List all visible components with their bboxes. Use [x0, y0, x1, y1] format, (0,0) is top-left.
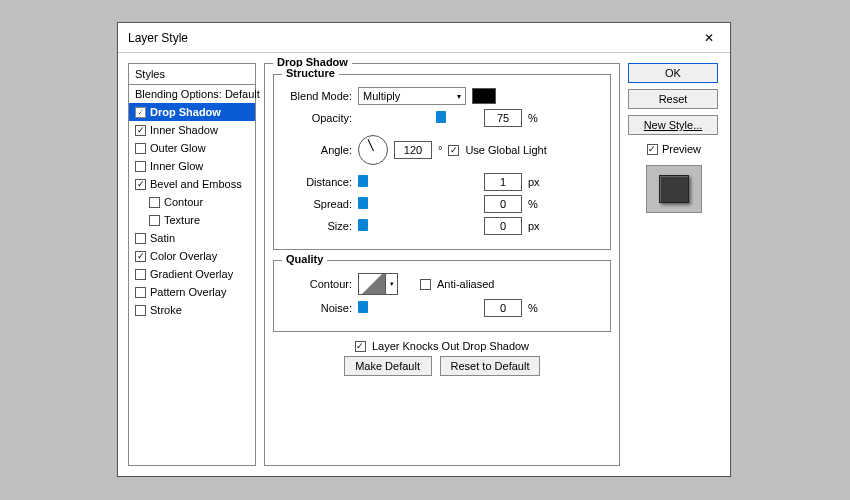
distance-slider[interactable]	[358, 180, 478, 184]
noise-label: Noise:	[284, 302, 352, 314]
style-drop-shadow[interactable]: Drop Shadow	[129, 103, 255, 121]
unit-px: px	[528, 176, 546, 188]
checkbox-icon[interactable]	[135, 107, 146, 118]
noise-input[interactable]	[484, 299, 522, 317]
structure-group: Structure Blend Mode: Multiply▾ Opacity:…	[273, 74, 611, 250]
right-buttons: OK Reset New Style... Preview	[628, 63, 720, 466]
style-texture[interactable]: Texture	[129, 211, 255, 229]
opacity-slider[interactable]	[358, 116, 478, 120]
quality-legend: Quality	[282, 253, 327, 265]
checkbox-icon[interactable]	[149, 197, 160, 208]
drop-shadow-panel: Drop Shadow Structure Blend Mode: Multip…	[264, 63, 620, 466]
checkbox-icon[interactable]	[149, 215, 160, 226]
opacity-input[interactable]	[484, 109, 522, 127]
close-icon[interactable]: ✕	[698, 31, 720, 45]
structure-legend: Structure	[282, 67, 339, 79]
use-global-checkbox[interactable]	[448, 145, 459, 156]
style-stroke[interactable]: Stroke	[129, 301, 255, 319]
checkbox-icon[interactable]	[135, 179, 146, 190]
style-pattern-overlay[interactable]: Pattern Overlay	[129, 283, 255, 301]
make-default-button[interactable]: Make Default	[344, 356, 432, 376]
knocks-out-label: Layer Knocks Out Drop Shadow	[372, 340, 529, 352]
unit-percent: %	[528, 112, 546, 124]
new-style-button[interactable]: New Style...	[628, 115, 718, 135]
layer-style-dialog: Layer Style ✕ Styles Blending Options: D…	[117, 22, 731, 477]
antialiased-label: Anti-aliased	[437, 278, 494, 290]
contour-swatch[interactable]	[358, 273, 386, 295]
blend-mode-label: Blend Mode:	[284, 90, 352, 102]
preview-label: Preview	[662, 143, 701, 155]
checkbox-icon[interactable]	[135, 287, 146, 298]
unit-px: px	[528, 220, 546, 232]
checkbox-icon[interactable]	[135, 251, 146, 262]
spread-label: Spread:	[284, 198, 352, 210]
chevron-down-icon: ▾	[457, 92, 461, 101]
dialog-title: Layer Style	[128, 31, 188, 45]
checkbox-icon[interactable]	[135, 143, 146, 154]
checkbox-icon[interactable]	[135, 269, 146, 280]
noise-slider[interactable]	[358, 306, 478, 310]
checkbox-icon[interactable]	[135, 305, 146, 316]
distance-label: Distance:	[284, 176, 352, 188]
preview-thumbnail	[646, 165, 702, 213]
opacity-label: Opacity:	[284, 112, 352, 124]
use-global-label: Use Global Light	[465, 144, 546, 156]
angle-input[interactable]	[394, 141, 432, 159]
style-blending[interactable]: Blending Options: Default	[129, 85, 255, 103]
angle-dial[interactable]	[358, 135, 388, 165]
ok-button[interactable]: OK	[628, 63, 718, 83]
checkbox-icon[interactable]	[135, 233, 146, 244]
style-inner-glow[interactable]: Inner Glow	[129, 157, 255, 175]
style-contour[interactable]: Contour	[129, 193, 255, 211]
size-input[interactable]	[484, 217, 522, 235]
styles-header: Styles	[129, 64, 255, 85]
unit-degree: °	[438, 144, 442, 156]
quality-group: Quality Contour: ▾ Anti-aliased Noise: %	[273, 260, 611, 332]
reset-default-button[interactable]: Reset to Default	[440, 356, 541, 376]
style-gradient-overlay[interactable]: Gradient Overlay	[129, 265, 255, 283]
size-label: Size:	[284, 220, 352, 232]
checkbox-icon[interactable]	[135, 161, 146, 172]
styles-list: Styles Blending Options: Default Drop Sh…	[128, 63, 256, 466]
contour-label: Contour:	[284, 278, 352, 290]
contour-dropdown[interactable]: ▾	[386, 273, 398, 295]
antialiased-checkbox[interactable]	[420, 279, 431, 290]
style-bevel[interactable]: Bevel and Emboss	[129, 175, 255, 193]
style-satin[interactable]: Satin	[129, 229, 255, 247]
unit-percent: %	[528, 198, 546, 210]
size-slider[interactable]	[358, 224, 478, 228]
spread-input[interactable]	[484, 195, 522, 213]
blend-mode-select[interactable]: Multiply▾	[358, 87, 466, 105]
unit-percent: %	[528, 302, 546, 314]
checkbox-icon[interactable]	[135, 125, 146, 136]
knocks-out-checkbox[interactable]	[355, 341, 366, 352]
style-color-overlay[interactable]: Color Overlay	[129, 247, 255, 265]
spread-slider[interactable]	[358, 202, 478, 206]
titlebar: Layer Style ✕	[118, 23, 730, 53]
style-outer-glow[interactable]: Outer Glow	[129, 139, 255, 157]
shadow-color-swatch[interactable]	[472, 88, 496, 104]
reset-button[interactable]: Reset	[628, 89, 718, 109]
distance-input[interactable]	[484, 173, 522, 191]
style-inner-shadow[interactable]: Inner Shadow	[129, 121, 255, 139]
preview-checkbox[interactable]	[647, 144, 658, 155]
angle-label: Angle:	[284, 144, 352, 156]
